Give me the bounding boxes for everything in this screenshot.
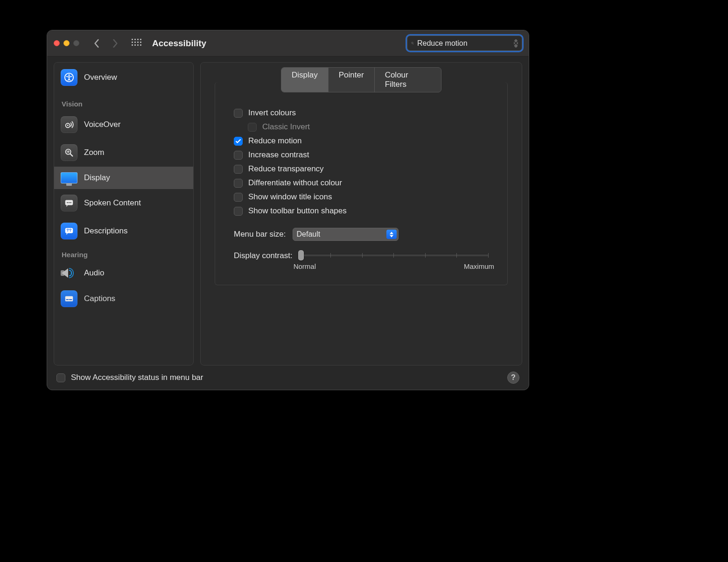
search-input[interactable] bbox=[417, 39, 511, 48]
captions-icon bbox=[61, 290, 77, 307]
option-show-toolbar-button-shapes: Show toolbar button shapes bbox=[234, 206, 489, 216]
option-classic-invert: Classic Invert bbox=[234, 122, 489, 132]
display-contrast-row: Display contrast: Normal Maximum bbox=[234, 251, 489, 271]
footer: Show Accessibility status in menu bar ? bbox=[47, 365, 529, 390]
option-reduce-motion: Reduce motion bbox=[234, 136, 489, 146]
sidebar-item-descriptions[interactable]: Descriptions bbox=[54, 217, 193, 245]
svg-point-7 bbox=[69, 202, 70, 203]
label-classic-invert: Classic Invert bbox=[262, 122, 310, 132]
slider-min-label: Normal bbox=[294, 262, 316, 270]
audio-icon bbox=[61, 267, 77, 279]
slider-max-label: Maximum bbox=[464, 262, 494, 270]
svg-point-3 bbox=[67, 125, 69, 126]
checkbox-show-status-menubar[interactable] bbox=[56, 373, 65, 382]
slider-ticks bbox=[299, 253, 489, 258]
sidebar[interactable]: Overview Vision VoiceOver Zoom Displa bbox=[54, 62, 194, 365]
display-panel: Invert colours Classic Invert Reduce mot… bbox=[215, 82, 508, 285]
svg-rect-10 bbox=[65, 296, 73, 302]
option-increase-contrast: Increase contrast bbox=[234, 150, 489, 160]
option-invert-colours: Invert colours bbox=[234, 108, 489, 118]
voiceover-icon bbox=[61, 116, 77, 133]
show-all-icon[interactable] bbox=[132, 39, 141, 48]
back-button[interactable] bbox=[92, 38, 101, 49]
sidebar-section-vision: Vision bbox=[54, 94, 193, 111]
menu-bar-size-label: Menu bar size: bbox=[234, 230, 286, 239]
checkbox-classic-invert bbox=[248, 123, 257, 132]
checkbox-show-window-title-icons[interactable] bbox=[234, 193, 243, 202]
accessibility-window: Accessibility Overview Vision Vo bbox=[47, 30, 529, 390]
sidebar-item-zoom[interactable]: Zoom bbox=[54, 139, 193, 167]
accessibility-icon bbox=[61, 69, 77, 86]
svg-rect-12 bbox=[69, 299, 72, 300]
sidebar-item-label: Descriptions bbox=[84, 226, 128, 236]
label-differentiate-without-colour: Differentiate without colour bbox=[248, 178, 342, 188]
sidebar-item-label: Spoken Content bbox=[84, 198, 141, 208]
pane-title: Accessibility bbox=[152, 38, 206, 49]
check-icon bbox=[235, 138, 241, 144]
search-icon bbox=[411, 40, 414, 47]
menu-bar-size-row: Menu bar size: Default bbox=[234, 228, 489, 241]
label-increase-contrast: Increase contrast bbox=[248, 150, 309, 160]
checkbox-reduce-motion[interactable] bbox=[234, 137, 243, 146]
checkbox-reduce-transparency[interactable] bbox=[234, 165, 243, 174]
search-field[interactable] bbox=[407, 35, 522, 51]
sidebar-item-overview[interactable]: Overview bbox=[54, 63, 193, 94]
select-stepper-icon bbox=[386, 230, 397, 239]
checkbox-show-toolbar-button-shapes[interactable] bbox=[234, 207, 243, 216]
zoom-window-button[interactable] bbox=[73, 40, 79, 46]
label-show-status-menubar: Show Accessibility status in menu bar bbox=[71, 373, 203, 382]
sidebar-item-label: VoiceOver bbox=[84, 120, 120, 129]
forward-button[interactable] bbox=[111, 38, 119, 49]
nav-arrows bbox=[92, 38, 119, 49]
help-button[interactable]: ? bbox=[507, 372, 519, 384]
display-contrast-label: Display contrast: bbox=[234, 251, 293, 260]
option-reduce-transparency: Reduce transparency bbox=[234, 164, 489, 174]
svg-point-8 bbox=[70, 202, 71, 203]
spoken-content-icon bbox=[61, 195, 77, 211]
tab-pointer[interactable]: Pointer bbox=[328, 68, 374, 92]
checkbox-differentiate-without-colour[interactable] bbox=[234, 179, 243, 188]
display-icon bbox=[61, 172, 77, 183]
tab-colour-filters[interactable]: Colour Filters bbox=[374, 68, 441, 92]
display-contrast-slider[interactable]: Normal Maximum bbox=[299, 251, 489, 271]
clear-search-button[interactable] bbox=[514, 39, 518, 48]
body: Overview Vision VoiceOver Zoom Displa bbox=[47, 56, 529, 365]
sidebar-item-label: Overview bbox=[84, 73, 117, 82]
sidebar-section-hearing: Hearing bbox=[54, 245, 193, 261]
menu-bar-size-value: Default bbox=[297, 230, 321, 239]
minimize-window-button[interactable] bbox=[63, 40, 70, 46]
sidebar-item-captions[interactable]: Captions bbox=[54, 285, 193, 313]
option-differentiate-without-colour: Differentiate without colour bbox=[234, 178, 489, 188]
sidebar-item-voiceover[interactable]: VoiceOver bbox=[54, 111, 193, 139]
svg-rect-9 bbox=[65, 228, 73, 233]
slider-knob[interactable] bbox=[298, 250, 304, 260]
label-invert-colours: Invert colours bbox=[248, 108, 296, 118]
window-controls bbox=[54, 40, 79, 46]
tab-bar: Display Pointer Colour Filters bbox=[281, 67, 441, 92]
sidebar-item-spoken-content[interactable]: Spoken Content bbox=[54, 189, 193, 217]
option-show-window-title-icons: Show window title icons bbox=[234, 192, 489, 202]
checkbox-invert-colours[interactable] bbox=[234, 109, 243, 118]
tab-display[interactable]: Display bbox=[281, 68, 328, 92]
titlebar: Accessibility bbox=[47, 30, 529, 56]
sidebar-item-label: Captions bbox=[84, 294, 115, 303]
sidebar-item-label: Display bbox=[84, 173, 110, 183]
close-window-button[interactable] bbox=[54, 40, 60, 46]
menu-bar-size-select[interactable]: Default bbox=[293, 228, 399, 241]
label-show-toolbar-button-shapes: Show toolbar button shapes bbox=[248, 206, 347, 216]
sidebar-item-label: Zoom bbox=[84, 148, 104, 157]
label-show-window-title-icons: Show window title icons bbox=[248, 192, 332, 202]
descriptions-icon bbox=[61, 223, 77, 239]
zoom-icon bbox=[61, 144, 77, 161]
label-reduce-transparency: Reduce transparency bbox=[248, 164, 324, 174]
sidebar-item-label: Audio bbox=[84, 268, 104, 278]
slider-labels: Normal Maximum bbox=[294, 262, 494, 270]
svg-rect-11 bbox=[66, 299, 69, 300]
content-pane: Display Pointer Colour Filters Invert co… bbox=[200, 62, 522, 365]
sidebar-item-display[interactable]: Display bbox=[54, 167, 193, 189]
checkbox-increase-contrast[interactable] bbox=[234, 151, 243, 160]
svg-point-1 bbox=[68, 74, 70, 76]
label-reduce-motion: Reduce motion bbox=[248, 136, 301, 146]
svg-point-6 bbox=[67, 202, 68, 203]
sidebar-item-audio[interactable]: Audio bbox=[54, 261, 193, 285]
